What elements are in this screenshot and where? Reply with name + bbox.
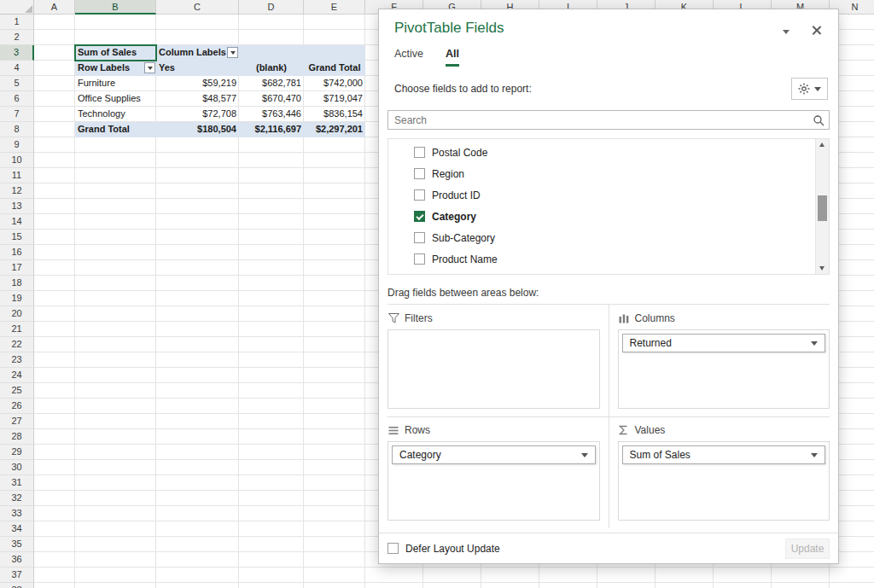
row-header-4[interactable]: 4 [0, 61, 34, 76]
field-pill-sum-of-sales[interactable]: Sum of Sales [622, 445, 826, 464]
column-header-E[interactable]: E [304, 0, 365, 15]
field-list-scrollbar[interactable] [815, 139, 829, 274]
pivot-cell[interactable]: Office Supplies [75, 91, 156, 107]
area-dropzone-values[interactable]: Sum of Sales [618, 441, 830, 521]
select-all-corner[interactable] [0, 0, 34, 15]
field-item-category[interactable]: Category [388, 206, 815, 227]
row-header-19[interactable]: 19 [0, 291, 34, 306]
scroll-down-icon[interactable] [819, 266, 824, 271]
row-header-34[interactable]: 34 [0, 521, 34, 537]
row-header-9[interactable]: 9 [0, 137, 34, 153]
pivot-cell[interactable]: Yes [156, 61, 239, 76]
row-header-30[interactable]: 30 [0, 460, 34, 475]
row-header-12[interactable]: 12 [0, 183, 34, 199]
row-header-24[interactable]: 24 [0, 368, 34, 383]
row-header-5[interactable]: 5 [0, 76, 34, 91]
row-header-32[interactable]: 32 [0, 491, 34, 506]
area-dropzone-filters[interactable] [387, 329, 600, 409]
pivot-cell[interactable]: Grand Total [75, 122, 156, 137]
pivot-cell[interactable]: $2,116,697 [239, 122, 304, 137]
field-item-sub-category[interactable]: Sub-Category [388, 227, 815, 248]
defer-layout-update[interactable]: Defer Layout Update [387, 543, 500, 555]
row-header-25[interactable]: 25 [0, 383, 34, 399]
row-header-13[interactable]: 13 [0, 199, 34, 214]
row-header-38[interactable]: 38 [0, 583, 34, 588]
row-header-18[interactable]: 18 [0, 276, 34, 291]
row-header-26[interactable]: 26 [0, 399, 34, 414]
column-header-A[interactable]: A [34, 0, 75, 15]
pivot-cell[interactable]: Sum of Sales [75, 45, 156, 61]
row-header-21[interactable]: 21 [0, 322, 34, 337]
row-header-31[interactable]: 31 [0, 475, 34, 491]
pivot-cell[interactable]: Technology [75, 107, 156, 122]
pivot-cell[interactable]: Column Labels [156, 45, 239, 61]
row-header-14[interactable]: 14 [0, 214, 34, 230]
pivot-cell[interactable]: $180,504 [156, 122, 239, 137]
field-checkbox[interactable] [414, 232, 425, 243]
update-button[interactable]: Update [785, 539, 830, 559]
row-header-20[interactable]: 20 [0, 306, 34, 322]
row-header-37[interactable]: 37 [0, 568, 34, 583]
field-checkbox[interactable] [414, 253, 425, 265]
pivot-cell[interactable] [304, 45, 365, 61]
filter-dropdown-icon[interactable] [144, 62, 155, 73]
row-header-17[interactable]: 17 [0, 260, 34, 276]
scroll-up-icon[interactable] [819, 143, 824, 147]
field-item-postal-code[interactable]: Postal Code [388, 142, 815, 163]
row-header-36[interactable]: 36 [0, 552, 34, 568]
column-header-D[interactable]: D [239, 0, 304, 15]
pivot-cell[interactable]: Grand Total [304, 61, 365, 76]
field-checkbox[interactable] [414, 147, 425, 158]
pivot-cell[interactable]: (blank) [239, 61, 304, 76]
field-item-product-name[interactable]: Product Name [388, 248, 815, 270]
filter-dropdown-icon[interactable] [227, 47, 238, 58]
pivot-cell[interactable]: $48,577 [156, 91, 239, 107]
field-pill-category[interactable]: Category [392, 445, 596, 464]
row-header-7[interactable]: 7 [0, 107, 34, 122]
row-header-11[interactable]: 11 [0, 168, 34, 183]
row-header-33[interactable]: 33 [0, 506, 34, 521]
row-header-1[interactable]: 1 [0, 15, 34, 30]
pivot-cell[interactable]: $72,708 [156, 107, 239, 122]
row-header-8[interactable]: 8 [0, 122, 34, 137]
row-header-35[interactable]: 35 [0, 537, 34, 552]
tab-all[interactable]: All [446, 48, 459, 67]
pivot-cell[interactable]: $2,297,201 [304, 122, 365, 137]
pivot-cell[interactable]: $682,781 [239, 76, 304, 91]
field-item-region[interactable]: Region [388, 163, 815, 184]
column-header-C[interactable]: C [156, 0, 239, 15]
row-header-29[interactable]: 29 [0, 445, 34, 460]
field-item-product-id[interactable]: Product ID [388, 184, 815, 206]
row-header-2[interactable]: 2 [0, 30, 34, 45]
row-header-10[interactable]: 10 [0, 153, 34, 168]
row-header-15[interactable]: 15 [0, 230, 34, 245]
close-icon[interactable] [812, 25, 822, 36]
pivot-cell[interactable]: $836,154 [304, 107, 365, 122]
row-header-28[interactable]: 28 [0, 429, 34, 445]
field-list-tools-button[interactable] [791, 78, 828, 100]
pivot-cell[interactable]: $719,047 [304, 91, 365, 107]
area-dropzone-rows[interactable]: Category [387, 441, 600, 521]
row-header-3[interactable]: 3 [0, 45, 34, 61]
row-header-16[interactable]: 16 [0, 245, 34, 260]
field-pill-returned[interactable]: Returned [622, 334, 826, 352]
search-input[interactable] [388, 111, 829, 129]
field-checkbox[interactable] [414, 168, 425, 179]
column-header-B[interactable]: B [75, 0, 156, 15]
pivot-cell[interactable]: Row Labels [75, 61, 156, 76]
row-header-23[interactable]: 23 [0, 352, 34, 368]
pivot-cell[interactable]: $742,000 [304, 76, 365, 91]
row-header-22[interactable]: 22 [0, 337, 34, 352]
field-checkbox[interactable] [414, 211, 425, 222]
tab-active[interactable]: Active [394, 48, 423, 67]
pane-options-chevron-icon[interactable] [783, 30, 790, 34]
area-dropzone-columns[interactable]: Returned [618, 329, 830, 409]
row-header-27[interactable]: 27 [0, 414, 34, 429]
scrollbar-thumb[interactable] [818, 195, 827, 221]
pivot-cell[interactable]: $763,446 [239, 107, 304, 122]
pivot-cell[interactable]: $59,219 [156, 76, 239, 91]
row-header-6[interactable]: 6 [0, 91, 34, 107]
pivot-cell[interactable] [239, 45, 304, 61]
pivot-cell[interactable]: Furniture [75, 76, 156, 91]
field-item-partial[interactable] [388, 270, 815, 275]
